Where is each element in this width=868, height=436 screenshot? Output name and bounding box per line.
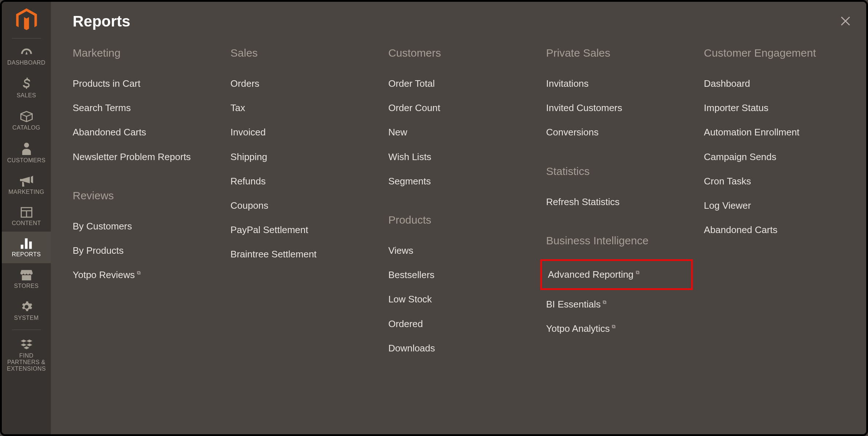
dollar-icon — [22, 78, 31, 90]
close-button[interactable] — [839, 15, 852, 29]
link-text: Advanced Reporting — [548, 269, 634, 280]
link-invitations[interactable]: Invitations — [546, 72, 697, 96]
layout-icon — [21, 207, 32, 218]
link-by-customers[interactable]: By Customers — [73, 214, 223, 239]
link-shipping[interactable]: Shipping — [230, 145, 381, 169]
link-invited-customers[interactable]: Invited Customers — [546, 96, 697, 120]
storefront-icon — [20, 270, 33, 281]
section-heading-reviews: Reviews — [73, 190, 223, 202]
section-heading-private-sales: Private Sales — [546, 47, 697, 59]
external-icon: ⧉ — [603, 299, 606, 305]
link-ordered[interactable]: Ordered — [388, 312, 539, 336]
link-braintree-settlement[interactable]: Braintree Settlement — [230, 242, 381, 266]
box-icon — [20, 111, 33, 122]
sidebar-label: DASHBOARD — [6, 60, 47, 66]
link-text: BI Essentials — [546, 299, 601, 310]
section-heading-customers: Customers — [388, 47, 539, 59]
sidebar-item-system[interactable]: SYSTEM — [2, 294, 51, 326]
external-icon: ⧉ — [636, 269, 639, 275]
link-tax[interactable]: Tax — [230, 96, 381, 120]
sidebar-label: CUSTOMERS — [6, 157, 47, 164]
link-downloads[interactable]: Downloads — [388, 336, 539, 360]
magento-logo[interactable] — [2, 8, 51, 38]
link-views[interactable]: Views — [388, 239, 539, 263]
link-campaign-sends[interactable]: Campaign Sends — [704, 145, 844, 169]
section-heading-marketing: Marketing — [73, 47, 223, 59]
sidebar-label: MARKETING — [7, 189, 46, 195]
link-order-total[interactable]: Order Total — [388, 72, 539, 96]
column-privatesales-stats-bi: Private Sales Invitations Invited Custom… — [546, 47, 697, 360]
sidebar-label: SALES — [15, 92, 38, 99]
link-cron-tasks[interactable]: Cron Tasks — [704, 169, 844, 193]
link-conversions[interactable]: Conversions — [546, 120, 697, 144]
person-icon — [22, 143, 31, 155]
link-bestsellers[interactable]: Bestsellers — [388, 263, 539, 287]
link-refresh-statistics[interactable]: Refresh Statistics — [546, 190, 697, 214]
sidebar-item-reports[interactable]: REPORTS — [2, 232, 51, 263]
flyout-columns: Marketing Products in Cart Search Terms … — [73, 47, 844, 360]
link-automation-enrollment[interactable]: Automation Enrollment — [704, 120, 844, 144]
sidebar-item-catalog[interactable]: CATALOG — [2, 104, 51, 136]
gauge-icon — [20, 47, 33, 57]
link-ce-dashboard[interactable]: Dashboard — [704, 72, 844, 96]
column-sales: Sales Orders Tax Invoiced Shipping Refun… — [230, 47, 381, 360]
sidebar-label: CATALOG — [11, 125, 42, 131]
link-yotpo-reviews[interactable]: Yotpo Reviews⧉ — [73, 263, 223, 287]
link-orders[interactable]: Orders — [230, 72, 381, 96]
link-importer-status[interactable]: Importer Status — [704, 96, 844, 120]
link-by-products[interactable]: By Products — [73, 239, 223, 263]
column-customer-engagement: Customer Engagement Dashboard Importer S… — [704, 47, 844, 360]
divider — [12, 330, 41, 330]
reports-flyout: Reports Marketing Products in Cart Searc… — [51, 2, 866, 434]
link-segments[interactable]: Segments — [388, 169, 539, 193]
sidebar-item-partners[interactable]: FIND PARTNERS & EXTENSIONS — [2, 333, 51, 378]
sidebar-label: SYSTEM — [12, 315, 40, 321]
link-search-terms[interactable]: Search Terms — [73, 96, 223, 120]
section-heading-business-intelligence: Business Intelligence — [546, 235, 697, 247]
section-heading-products: Products — [388, 214, 539, 226]
section-heading-statistics: Statistics — [546, 165, 697, 178]
sidebar-item-content[interactable]: CONTENT — [2, 200, 51, 232]
link-new[interactable]: New — [388, 120, 539, 144]
section-heading-customer-engagement: Customer Engagement — [704, 47, 844, 59]
link-advanced-reporting[interactable]: Advanced Reporting⧉ — [542, 265, 686, 285]
external-icon: ⧉ — [137, 270, 141, 276]
sidebar-label: FIND PARTNERS & EXTENSIONS — [2, 353, 51, 372]
admin-sidebar: DASHBOARD SALES CATALOG CUSTOMERS MARKET — [2, 2, 51, 434]
close-icon — [839, 22, 852, 28]
sidebar-item-dashboard[interactable]: DASHBOARD — [2, 41, 51, 71]
sidebar-label: CONTENT — [10, 220, 42, 227]
app-frame: DASHBOARD SALES CATALOG CUSTOMERS MARKET — [0, 0, 868, 436]
sidebar-item-sales[interactable]: SALES — [2, 71, 51, 104]
link-newsletter-problem-reports[interactable]: Newsletter Problem Reports — [73, 145, 223, 169]
link-text: Yotpo Analytics — [546, 323, 610, 334]
link-log-viewer[interactable]: Log Viewer — [704, 193, 844, 218]
sidebar-item-customers[interactable]: CUSTOMERS — [2, 136, 51, 169]
link-paypal-settlement[interactable]: PayPal Settlement — [230, 218, 381, 242]
column-customers-products: Customers Order Total Order Count New Wi… — [388, 47, 539, 360]
link-abandoned-carts[interactable]: Abandoned Carts — [73, 120, 223, 144]
link-refunds[interactable]: Refunds — [230, 169, 381, 193]
link-coupons[interactable]: Coupons — [230, 193, 381, 218]
gear-icon — [21, 301, 32, 313]
link-invoiced[interactable]: Invoiced — [230, 120, 381, 144]
link-order-count[interactable]: Order Count — [388, 96, 539, 120]
sidebar-label: STORES — [13, 283, 40, 289]
megaphone-icon — [20, 176, 33, 187]
section-heading-sales: Sales — [230, 47, 381, 59]
sidebar-item-marketing[interactable]: MARKETING — [2, 169, 51, 200]
bar-chart-icon — [21, 238, 32, 249]
sidebar-label: REPORTS — [11, 251, 43, 258]
divider — [12, 38, 41, 38]
link-yotpo-analytics[interactable]: Yotpo Analytics⧉ — [546, 317, 697, 341]
highlight-advanced-reporting: Advanced Reporting⧉ — [540, 259, 693, 290]
link-products-in-cart[interactable]: Products in Cart — [73, 72, 223, 96]
sidebar-item-stores[interactable]: STORES — [2, 263, 51, 294]
link-ce-abandoned-carts[interactable]: Abandoned Carts — [704, 218, 844, 242]
link-low-stock[interactable]: Low Stock — [388, 287, 539, 311]
link-bi-essentials[interactable]: BI Essentials⧉ — [546, 292, 697, 317]
flyout-title: Reports — [73, 13, 844, 30]
column-marketing-reviews: Marketing Products in Cart Search Terms … — [73, 47, 223, 360]
link-wish-lists[interactable]: Wish Lists — [388, 145, 539, 169]
external-icon: ⧉ — [612, 323, 615, 329]
